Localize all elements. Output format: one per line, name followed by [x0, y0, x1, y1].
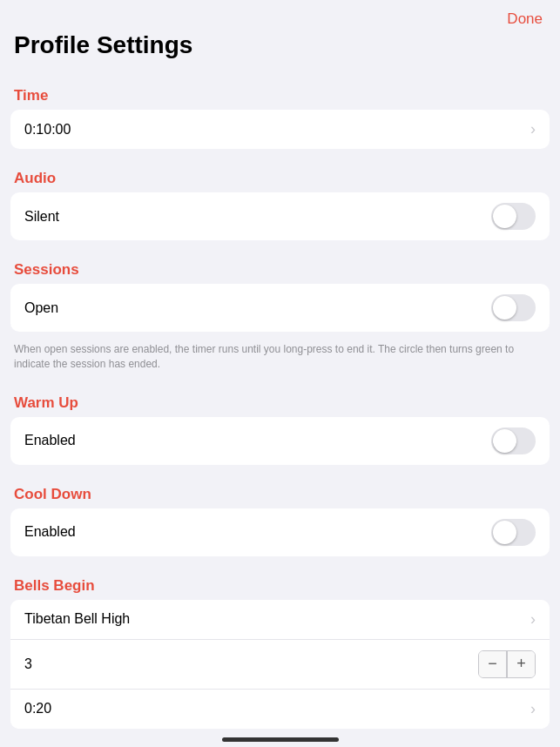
label-cooldown-enabled: Enabled — [24, 524, 76, 540]
section-header-sessions: Sessions — [0, 247, 560, 284]
label-silent: Silent — [24, 209, 59, 225]
page-title: Profile Settings — [0, 28, 560, 73]
row-cooldown-enabled: Enabled — [10, 508, 550, 556]
chevron-icon: › — [530, 120, 536, 138]
toggle-open[interactable] — [491, 294, 536, 321]
settings-group-time: 0:10:00› — [10, 110, 550, 149]
row-right-bells-begin-time: › — [530, 700, 536, 718]
section-header-time: Time — [0, 73, 560, 110]
row-right-warmup-enabled — [491, 427, 536, 454]
settings-group-audio: Silent — [10, 192, 550, 240]
label-bells-begin-count: 3 — [24, 656, 32, 672]
home-indicator — [222, 737, 339, 742]
settings-group-warmup: Enabled — [10, 417, 550, 465]
toggle-silent[interactable] — [491, 203, 536, 230]
toggle-warmup-enabled[interactable] — [491, 427, 536, 454]
settings-group-sessions: Open — [10, 284, 550, 332]
row-bells-begin-type[interactable]: Tibetan Bell High› — [10, 600, 550, 640]
label-time-value: 0:10:00 — [24, 122, 71, 138]
chevron-icon: › — [530, 700, 536, 718]
helper-text-sessions: When open sessions are enabled, the time… — [0, 339, 560, 380]
row-warmup-enabled: Enabled — [10, 417, 550, 465]
row-right-open — [491, 294, 536, 321]
section-header-cooldown: Cool Down — [0, 472, 560, 508]
row-time-value[interactable]: 0:10:00› — [10, 110, 550, 149]
label-bells-begin-type: Tibetan Bell High — [24, 611, 130, 627]
stepper-bells-begin-count[interactable]: −+ — [478, 650, 536, 678]
done-button[interactable]: Done — [507, 10, 543, 28]
settings-group-cooldown: Enabled — [10, 508, 550, 556]
section-header-warmup: Warm Up — [0, 380, 560, 417]
label-warmup-enabled: Enabled — [24, 433, 76, 448]
row-right-cooldown-enabled — [491, 519, 536, 546]
top-bar: Done — [0, 0, 560, 28]
chevron-icon: › — [530, 610, 536, 629]
label-bells-begin-time: 0:20 — [24, 701, 51, 717]
row-right-bells-begin-type: › — [530, 610, 536, 629]
row-right-silent — [491, 203, 536, 230]
stepper-plus-button[interactable]: + — [507, 651, 535, 677]
section-header-bells-begin: Bells Begin — [0, 563, 560, 600]
row-right-time-value: › — [530, 120, 536, 138]
section-header-audio: Audio — [0, 156, 560, 192]
row-open: Open — [10, 284, 550, 332]
label-open: Open — [24, 300, 58, 316]
settings-group-bells-begin: Tibetan Bell High›3−+0:20› — [10, 600, 550, 729]
row-bells-begin-time[interactable]: 0:20› — [10, 690, 550, 729]
row-bells-begin-count: 3−+ — [10, 640, 550, 690]
row-right-bells-begin-count: −+ — [478, 650, 536, 678]
stepper-minus-button[interactable]: − — [479, 651, 507, 677]
toggle-cooldown-enabled[interactable] — [491, 519, 536, 546]
row-silent: Silent — [10, 192, 550, 240]
